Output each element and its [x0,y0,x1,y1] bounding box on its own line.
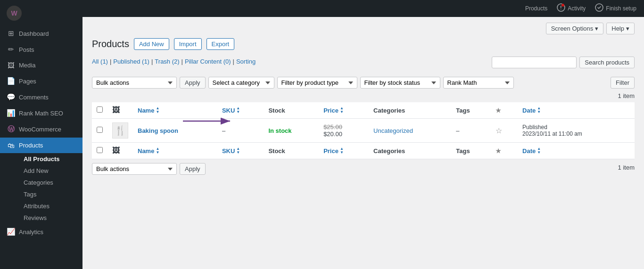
col-date-header[interactable]: Date ▲▼ [518,102,635,119]
submenu-tags[interactable]: Tags [17,188,83,200]
bulk-actions-select-top[interactable]: Bulk actions Edit Move to Trash [92,77,177,89]
subnav-all[interactable]: All (1) [92,58,108,65]
submenu-categories[interactable]: Categories [17,177,83,188]
search-products-button[interactable]: Search products [579,57,635,68]
subnav-published[interactable]: Published (1) [113,58,149,65]
price-block: $25.00 $20.00 [323,123,364,138]
col-img-header: 🖼 [107,102,133,119]
col-sku-header[interactable]: SKU ▲▼ [217,102,264,119]
apply-button-bottom[interactable]: Apply [180,163,206,175]
category-select[interactable]: Select a category [208,77,274,89]
topbar-activity[interactable]: Activity [557,3,586,14]
topbar-finish-setup[interactable]: Finish setup [595,3,636,14]
subnav-pillar[interactable]: Pillar Content (0) [185,58,231,65]
col-price-footer[interactable]: Price ▲▼ [319,143,369,159]
sku-sort-footer-link[interactable]: SKU ▲▼ [222,147,259,155]
add-new-button[interactable]: Add New [134,38,169,50]
col-name-header[interactable]: Name ▲▼ [133,102,217,119]
top-right-bar: Screen Options ▾ Help ▾ [92,23,635,34]
finish-setup-icon [595,3,603,14]
svg-rect-1 [561,6,561,8]
select-all-footer-checkbox[interactable] [97,147,103,153]
admin-topbar: Products Activity Finish setup [83,0,644,17]
screen-options-button[interactable]: Screen Options ▾ [546,23,604,34]
sidebar-item-rank-math[interactable]: 📊 Rank Math SEO [0,105,83,121]
date-status: Published 2023/10/11 at 11:00 am [522,124,630,137]
main-inner: Screen Options ▾ Help ▾ Products Add New… [83,17,644,269]
stock-status-select[interactable]: Filter by stock status In stock Out of s… [360,77,440,89]
sidebar-label-rank-math: Rank Math SEO [19,110,63,117]
rank-math-select[interactable]: Rank Math All Good [443,77,514,89]
filter-button[interactable]: Filter [611,77,635,89]
sku-sort-footer-arrows: ▲▼ [236,147,240,155]
submenu-attributes[interactable]: Attributes [17,200,83,212]
submenu-all-products[interactable]: All Products [17,153,83,165]
sidebar-item-comments[interactable]: 💬 Comments [0,89,83,105]
col-name-footer[interactable]: Name ▲▼ [133,143,217,159]
product-name-container: Baking spoon [138,127,178,134]
subnav-sorting[interactable]: Sorting [236,58,256,65]
product-type-select[interactable]: Filter by product type Simple product Va… [277,77,357,89]
price-old: $25.00 [323,123,364,130]
col-price-header[interactable]: Price ▲▼ [319,102,369,119]
date-sort-footer-link[interactable]: Date ▲▼ [522,147,630,155]
date-sort-link[interactable]: Date ▲▼ [522,106,630,114]
col-stock-header: Stock [264,102,319,119]
rank-math-icon: 📊 [7,109,15,117]
wordpress-logo-icon: W [7,6,22,21]
sidebar-label-woocommerce: WooCommerce [19,126,61,133]
category-link[interactable]: Uncategorized [373,127,413,134]
star-footer-icon: ★ [495,147,501,155]
star-toggle[interactable]: ☆ [495,127,502,135]
col-date-footer[interactable]: Date ▲▼ [518,143,635,159]
price-sort-link[interactable]: Price ▲▼ [323,106,364,114]
image-placeholder-icon: 🖼 [112,106,120,114]
import-button[interactable]: Import [174,38,202,50]
help-chevron-icon: ▾ [626,25,629,32]
dashboard-icon: ⊞ [7,29,15,38]
sidebar-label-media: Media [19,62,35,69]
submenu-add-new[interactable]: Add New [17,165,83,177]
sidebar-item-media[interactable]: 🖼 Media [0,57,83,73]
bulk-actions-select-bottom[interactable]: Bulk actions Edit Move to Trash [92,163,177,175]
name-sort-footer-link[interactable]: Name ▲▼ [138,147,213,155]
sku-sort-link[interactable]: SKU ▲▼ [222,106,259,114]
subnav-row: All (1) | Published (1) | Trash (2) | Pi… [92,57,635,72]
sidebar-item-posts[interactable]: ✏ Posts [0,41,83,57]
col-img-footer: 🖼 [107,143,133,159]
col-star-footer: ★ [491,143,518,159]
row-checkbox[interactable] [97,127,103,133]
date-sort-footer-arrows: ▲▼ [537,147,541,155]
sidebar-item-dashboard[interactable]: ⊞ Dashboard [0,25,83,41]
row-price-cell: $25.00 $20.00 [319,119,369,143]
search-input[interactable] [492,57,577,68]
submenu-reviews[interactable]: Reviews [17,212,83,224]
svg-rect-2 [561,9,561,10]
col-sku-footer[interactable]: SKU ▲▼ [217,143,264,159]
media-icon: 🖼 [7,61,15,69]
row-star-cell[interactable]: ☆ [491,119,518,143]
sidebar-item-pages[interactable]: 📄 Pages [0,73,83,89]
col-star-header: ★ [491,102,518,119]
product-image: 🍴 [112,122,128,139]
price-sort-footer-link[interactable]: Price ▲▼ [323,147,364,155]
breadcrumb-label: Products [525,5,547,12]
woocommerce-icon: Ⓦ [7,125,15,134]
wp-logo: W [0,0,83,25]
sidebar-item-woocommerce[interactable]: Ⓦ WooCommerce [0,121,83,138]
help-button[interactable]: Help ▾ [606,23,635,34]
subnav-trash[interactable]: Trash (2) [155,58,179,65]
product-name-link[interactable]: Baking spoon [138,127,178,134]
row-sku-cell: – [217,119,264,143]
col-tags-header: Tags [451,102,490,119]
export-button[interactable]: Export [206,38,235,50]
row-categories-cell: Uncategorized [369,119,451,143]
name-sort-link[interactable]: Name ▲▼ [138,106,213,114]
select-all-checkbox[interactable] [97,106,103,113]
main-content: Products Activity Finish setup [83,0,644,269]
sidebar-item-products[interactable]: 🛍 Products [0,138,83,153]
search-bar: Search products [492,57,635,68]
table-header-row: 🖼 Name ▲▼ SKU ▲▼ [92,102,635,119]
sidebar-item-analytics[interactable]: 📈 Analytics [0,224,83,240]
apply-button-top[interactable]: Apply [180,77,206,89]
